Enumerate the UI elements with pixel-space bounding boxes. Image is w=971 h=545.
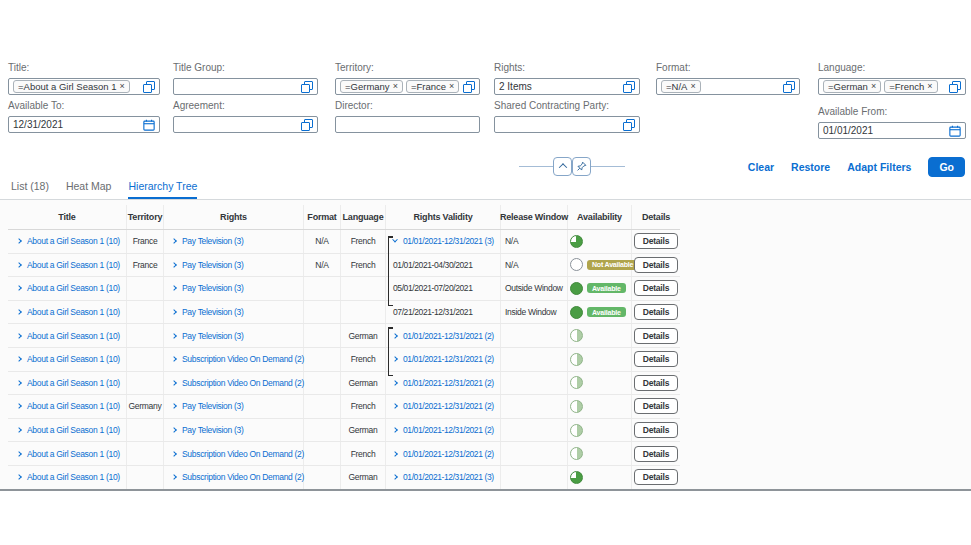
format-input[interactable]: =N/A× [656, 78, 800, 95]
title-link[interactable]: About a Girl Season 1 (10) [27, 472, 120, 482]
rights-validity-chevron-icon[interactable] [392, 237, 398, 243]
rights-validity-value[interactable]: 01/01/2021-12/31/2021 (2) [403, 354, 494, 364]
filter-token[interactable]: =German× [823, 80, 881, 93]
available-from-input[interactable]: 01/01/2021 [818, 122, 966, 139]
title-link[interactable]: About a Girl Season 1 (10) [27, 354, 120, 364]
details-button[interactable]: Details [634, 257, 678, 273]
language-input[interactable]: =German× =French× [818, 78, 966, 95]
token-remove-icon[interactable]: × [449, 82, 454, 91]
table-row[interactable]: About a Girl Season 1 (10) Subscription … [8, 348, 680, 372]
value-help-icon[interactable] [623, 119, 635, 131]
token-remove-icon[interactable]: × [927, 82, 932, 91]
token-remove-icon[interactable]: × [871, 82, 876, 91]
available-to-input[interactable]: 12/31/2021 [8, 116, 160, 133]
chevron-right-icon[interactable] [171, 427, 177, 433]
table-row[interactable]: About a Girl Season 1 (10) Subscription … [8, 466, 680, 490]
shared-contracting-party-input[interactable] [494, 116, 640, 133]
title-link[interactable]: About a Girl Season 1 (10) [27, 449, 120, 459]
rights-link[interactable]: Pay Television (3) [182, 307, 244, 317]
calendar-icon[interactable] [949, 125, 961, 137]
details-button[interactable]: Details [634, 398, 678, 414]
rights-validity-chevron-icon[interactable] [392, 404, 398, 410]
title-link[interactable]: About a Girl Season 1 (10) [27, 283, 120, 293]
rights-validity-chevron-icon[interactable] [392, 333, 398, 339]
details-button[interactable]: Details [634, 328, 678, 344]
table-row[interactable]: About a Girl Season 1 (10) Subscription … [8, 372, 680, 396]
rights-validity-value[interactable]: 01/01/2021-12/31/2021 (3) [403, 472, 494, 482]
director-input[interactable] [335, 116, 480, 133]
rights-validity-value[interactable]: 01/01/2021-12/31/2021 (2) [403, 378, 494, 388]
token-remove-icon[interactable]: × [120, 82, 125, 91]
value-help-icon[interactable] [949, 81, 961, 93]
title-link[interactable]: About a Girl Season 1 (10) [27, 260, 120, 270]
rights-validity-value[interactable]: 01/01/2021-12/31/2021 (2) [403, 425, 494, 435]
chevron-right-icon[interactable] [16, 309, 22, 315]
rights-validity-value[interactable]: 05/01/2021-07/20/2021 [393, 283, 473, 293]
details-button[interactable]: Details [634, 469, 678, 485]
title-input[interactable]: =About a Girl Season 1× [8, 78, 160, 95]
chevron-right-icon[interactable] [16, 286, 22, 292]
title-link[interactable]: About a Girl Season 1 (10) [27, 378, 120, 388]
value-help-icon[interactable] [301, 119, 313, 131]
rights-link[interactable]: Subscription Video On Demand (2) [182, 449, 304, 459]
table-row[interactable]: About a Girl Season 1 (10) Pay Televisio… [8, 277, 680, 301]
rights-link[interactable]: Pay Television (3) [182, 283, 244, 293]
token-remove-icon[interactable]: × [690, 82, 695, 91]
value-help-icon[interactable] [623, 81, 635, 93]
rights-link[interactable]: Pay Television (3) [182, 260, 244, 270]
adapt-filters-button[interactable]: Adapt Filters [847, 161, 911, 173]
tab-heat-map[interactable]: Heat Map [66, 180, 112, 199]
title-link[interactable]: About a Girl Season 1 (10) [27, 236, 120, 246]
pin-filter-bar-button[interactable] [572, 157, 591, 176]
title-link[interactable]: About a Girl Season 1 (10) [27, 307, 120, 317]
details-button[interactable]: Details [634, 304, 678, 320]
chevron-right-icon[interactable] [16, 451, 22, 457]
table-row[interactable]: About a Girl Season 1 (10) Pay Televisio… [8, 301, 680, 325]
table-row[interactable]: About a Girl Season 1 (10) Pay Televisio… [8, 324, 680, 348]
filter-token[interactable]: =About a Girl Season 1× [13, 80, 130, 93]
rights-link[interactable]: Pay Television (3) [182, 425, 244, 435]
value-help-icon[interactable] [783, 81, 795, 93]
chevron-right-icon[interactable] [171, 286, 177, 292]
rights-link[interactable]: Subscription Video On Demand (2) [182, 378, 304, 388]
chevron-right-icon[interactable] [171, 451, 177, 457]
chevron-right-icon[interactable] [171, 380, 177, 386]
title-link[interactable]: About a Girl Season 1 (10) [27, 331, 120, 341]
details-button[interactable]: Details [634, 351, 678, 367]
chevron-right-icon[interactable] [16, 380, 22, 386]
details-button[interactable]: Details [634, 233, 678, 249]
chevron-right-icon[interactable] [171, 356, 177, 362]
table-row[interactable]: About a Girl Season 1 (10) France Pay Te… [8, 254, 680, 278]
chevron-right-icon[interactable] [16, 238, 22, 244]
rights-validity-value[interactable]: 01/01/2021-12/31/2021 (3) [403, 236, 494, 246]
chevron-right-icon[interactable] [171, 404, 177, 410]
territory-input[interactable]: =Germany× =France× [335, 78, 480, 95]
rights-validity-value[interactable]: 07/21/2021-12/31/2021 [393, 307, 473, 317]
token-remove-icon[interactable]: × [393, 82, 398, 91]
rights-validity-value[interactable]: 01/01/2021-12/31/2021 (2) [403, 449, 494, 459]
rights-validity-value[interactable]: 01/01/2021-04/30/2021 [393, 260, 473, 270]
title-link[interactable]: About a Girl Season 1 (10) [27, 401, 120, 411]
details-button[interactable]: Details [634, 422, 678, 438]
chevron-right-icon[interactable] [171, 309, 177, 315]
filter-token[interactable]: =N/A× [661, 80, 701, 93]
table-row[interactable]: About a Girl Season 1 (10) Germany Pay T… [8, 395, 680, 419]
tab-hierarchy-tree[interactable]: Hierarchy Tree [128, 180, 197, 199]
chevron-right-icon[interactable] [171, 262, 177, 268]
table-row[interactable]: About a Girl Season 1 (10) France Pay Te… [8, 230, 680, 254]
value-help-icon[interactable] [301, 81, 313, 93]
rights-link[interactable]: Pay Television (3) [182, 401, 244, 411]
table-row[interactable]: About a Girl Season 1 (10) Pay Televisio… [8, 419, 680, 443]
details-button[interactable]: Details [634, 446, 678, 462]
rights-link[interactable]: Pay Television (3) [182, 236, 244, 246]
rights-link[interactable]: Pay Television (3) [182, 331, 244, 341]
clear-button[interactable]: Clear [748, 161, 774, 173]
details-button[interactable]: Details [634, 375, 678, 391]
chevron-right-icon[interactable] [16, 262, 22, 268]
go-button[interactable]: Go [928, 157, 965, 177]
value-help-icon[interactable] [143, 81, 155, 93]
chevron-right-icon[interactable] [16, 356, 22, 362]
collapse-filter-bar-button[interactable] [553, 157, 572, 176]
chevron-right-icon[interactable] [16, 404, 22, 410]
table-row[interactable]: About a Girl Season 1 (10) Subscription … [8, 442, 680, 466]
